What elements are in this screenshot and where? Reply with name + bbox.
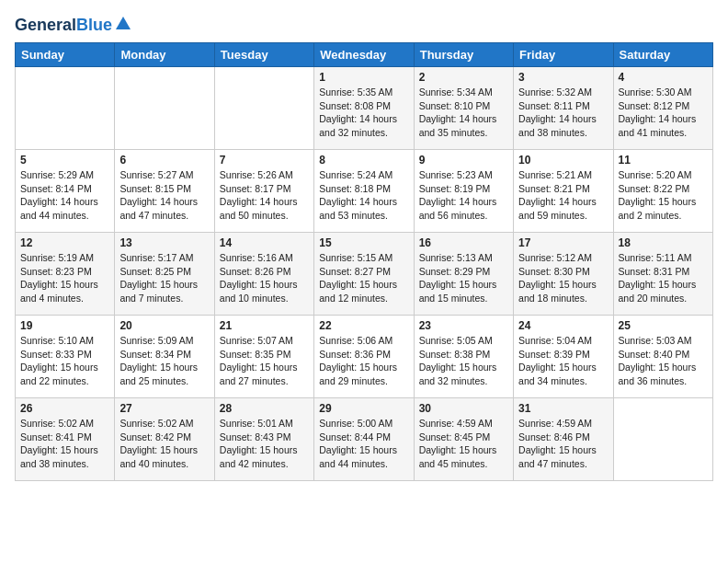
cell-content: Sunrise: 5:00 AMSunset: 8:44 PMDaylight:…: [319, 417, 408, 471]
sunset-text: Sunset: 8:15 PM: [119, 183, 191, 194]
calendar-cell: [115, 67, 214, 150]
sunset-text: Sunset: 8:35 PM: [220, 349, 291, 360]
sunset-text: Sunset: 8:17 PM: [220, 183, 291, 194]
sunset-text: Sunset: 8:10 PM: [419, 100, 491, 111]
sunrise-text: Sunrise: 5:30 AM: [619, 86, 692, 98]
cell-content: Sunrise: 5:32 AMSunset: 8:11 PMDaylight:…: [518, 86, 608, 140]
sunset-text: Sunset: 8:08 PM: [319, 100, 391, 111]
logo: GeneralBlue: [15, 15, 132, 35]
sunset-text: Sunset: 8:19 PM: [419, 183, 491, 194]
daylight-text: Daylight: 14 hours and 56 minutes.: [419, 196, 497, 221]
sunrise-text: Sunrise: 5:01 AM: [220, 418, 293, 429]
sunrise-text: Sunrise: 5:27 AM: [119, 169, 193, 180]
cell-content: Sunrise: 5:15 AMSunset: 8:27 PMDaylight:…: [319, 251, 408, 305]
day-number: 11: [619, 154, 708, 167]
day-number: 17: [518, 236, 608, 249]
cell-content: Sunrise: 5:11 AMSunset: 8:31 PMDaylight:…: [619, 251, 708, 305]
calendar-cell: [613, 398, 712, 481]
daylight-text: Daylight: 15 hours and 29 minutes.: [319, 362, 397, 386]
day-number: 5: [20, 154, 109, 167]
week-row-3: 12Sunrise: 5:19 AMSunset: 8:23 PMDayligh…: [16, 233, 713, 316]
sunset-text: Sunset: 8:26 PM: [220, 266, 291, 277]
svg-marker-0: [116, 17, 131, 29]
calendar-cell: 22Sunrise: 5:06 AMSunset: 8:36 PMDayligh…: [314, 316, 414, 398]
cell-content: Sunrise: 5:12 AMSunset: 8:30 PMDaylight:…: [518, 251, 608, 305]
day-header-thursday: Thursday: [414, 43, 513, 67]
cell-content: Sunrise: 5:34 AMSunset: 8:10 PMDaylight:…: [419, 86, 508, 140]
sunrise-text: Sunrise: 5:35 AM: [319, 86, 392, 98]
daylight-text: Daylight: 15 hours and 32 minutes.: [419, 362, 497, 386]
cell-content: Sunrise: 5:13 AMSunset: 8:29 PMDaylight:…: [419, 251, 508, 305]
cell-content: Sunrise: 5:02 AMSunset: 8:41 PMDaylight:…: [20, 417, 109, 471]
calendar-cell: 6Sunrise: 5:27 AMSunset: 8:15 PMDaylight…: [115, 150, 214, 233]
daylight-text: Daylight: 15 hours and 15 minutes.: [419, 279, 497, 304]
sunrise-text: Sunrise: 5:24 AM: [319, 169, 392, 180]
cell-content: Sunrise: 5:27 AMSunset: 8:15 PMDaylight:…: [119, 168, 209, 223]
day-header-saturday: Saturday: [613, 43, 712, 67]
calendar-cell: 16Sunrise: 5:13 AMSunset: 8:29 PMDayligh…: [414, 233, 513, 316]
day-number: 19: [20, 319, 109, 332]
sunrise-text: Sunrise: 5:23 AM: [419, 169, 493, 180]
day-number: 23: [419, 319, 508, 332]
sunrise-text: Sunrise: 5:04 AM: [518, 335, 592, 346]
sunset-text: Sunset: 8:14 PM: [20, 183, 92, 194]
calendar-cell: 17Sunrise: 5:12 AMSunset: 8:30 PMDayligh…: [514, 233, 613, 316]
day-number: 7: [220, 154, 309, 167]
daylight-text: Daylight: 15 hours and 4 minutes.: [20, 279, 98, 304]
day-number: 14: [220, 236, 309, 249]
cell-content: Sunrise: 5:09 AMSunset: 8:34 PMDaylight:…: [119, 334, 209, 388]
day-number: 16: [419, 236, 508, 249]
week-row-5: 26Sunrise: 5:02 AMSunset: 8:41 PMDayligh…: [16, 398, 713, 481]
sunset-text: Sunset: 8:30 PM: [518, 266, 590, 277]
sunset-text: Sunset: 8:27 PM: [319, 266, 391, 277]
day-number: 2: [419, 71, 508, 84]
calendar-cell: 14Sunrise: 5:16 AMSunset: 8:26 PMDayligh…: [214, 233, 313, 316]
cell-content: Sunrise: 4:59 AMSunset: 8:45 PMDaylight:…: [419, 417, 508, 471]
sunset-text: Sunset: 8:31 PM: [619, 266, 690, 277]
daylight-text: Daylight: 15 hours and 42 minutes.: [220, 444, 298, 469]
calendar-cell: 25Sunrise: 5:03 AMSunset: 8:40 PMDayligh…: [613, 316, 712, 398]
week-row-4: 19Sunrise: 5:10 AMSunset: 8:33 PMDayligh…: [16, 316, 713, 398]
daylight-text: Daylight: 14 hours and 50 minutes.: [220, 196, 298, 221]
calendar-cell: 3Sunrise: 5:32 AMSunset: 8:11 PMDaylight…: [514, 67, 613, 150]
daylight-text: Daylight: 14 hours and 44 minutes.: [20, 196, 98, 221]
daylight-text: Daylight: 14 hours and 41 minutes.: [619, 113, 697, 138]
sunset-text: Sunset: 8:21 PM: [518, 183, 590, 194]
calendar-cell: 18Sunrise: 5:11 AMSunset: 8:31 PMDayligh…: [613, 233, 712, 316]
cell-content: Sunrise: 5:19 AMSunset: 8:23 PMDaylight:…: [20, 251, 109, 305]
day-number: 22: [319, 319, 408, 332]
sunset-text: Sunset: 8:39 PM: [518, 349, 590, 360]
sunrise-text: Sunrise: 5:03 AM: [619, 335, 692, 346]
sunrise-text: Sunrise: 5:12 AM: [518, 252, 592, 263]
calendar-cell: 26Sunrise: 5:02 AMSunset: 8:41 PMDayligh…: [16, 398, 115, 481]
sunset-text: Sunset: 8:29 PM: [419, 266, 491, 277]
sunrise-text: Sunrise: 5:05 AM: [419, 335, 493, 346]
daylight-text: Daylight: 15 hours and 47 minutes.: [518, 444, 597, 469]
calendar-cell: [214, 67, 313, 150]
calendar-cell: 8Sunrise: 5:24 AMSunset: 8:18 PMDaylight…: [314, 150, 414, 233]
daylight-text: Daylight: 15 hours and 20 minutes.: [619, 279, 697, 304]
cell-content: Sunrise: 5:24 AMSunset: 8:18 PMDaylight:…: [319, 168, 408, 223]
cell-content: Sunrise: 4:59 AMSunset: 8:46 PMDaylight:…: [518, 417, 608, 471]
calendar-cell: 19Sunrise: 5:10 AMSunset: 8:33 PMDayligh…: [16, 316, 115, 398]
sunset-text: Sunset: 8:22 PM: [619, 183, 690, 194]
sunrise-text: Sunrise: 4:59 AM: [518, 418, 592, 429]
calendar-cell: 29Sunrise: 5:00 AMSunset: 8:44 PMDayligh…: [314, 398, 414, 481]
week-row-2: 5Sunrise: 5:29 AMSunset: 8:14 PMDaylight…: [16, 150, 713, 233]
daylight-text: Daylight: 15 hours and 7 minutes.: [119, 279, 198, 304]
daylight-text: Daylight: 14 hours and 47 minutes.: [119, 196, 198, 221]
day-header-monday: Monday: [115, 43, 214, 67]
sunset-text: Sunset: 8:25 PM: [119, 266, 191, 277]
calendar-cell: 20Sunrise: 5:09 AMSunset: 8:34 PMDayligh…: [115, 316, 214, 398]
day-number: 15: [319, 236, 408, 249]
calendar-cell: 9Sunrise: 5:23 AMSunset: 8:19 PMDaylight…: [414, 150, 513, 233]
daylight-text: Daylight: 15 hours and 18 minutes.: [518, 279, 597, 304]
daylight-text: Daylight: 14 hours and 59 minutes.: [518, 196, 597, 221]
day-number: 30: [419, 402, 508, 415]
day-number: 28: [220, 402, 309, 415]
cell-content: Sunrise: 5:05 AMSunset: 8:38 PMDaylight:…: [419, 334, 508, 388]
sunrise-text: Sunrise: 5:15 AM: [319, 252, 392, 263]
sunrise-text: Sunrise: 5:29 AM: [20, 169, 94, 180]
sunrise-text: Sunrise: 5:02 AM: [119, 418, 193, 429]
daylight-text: Daylight: 15 hours and 45 minutes.: [419, 444, 497, 469]
